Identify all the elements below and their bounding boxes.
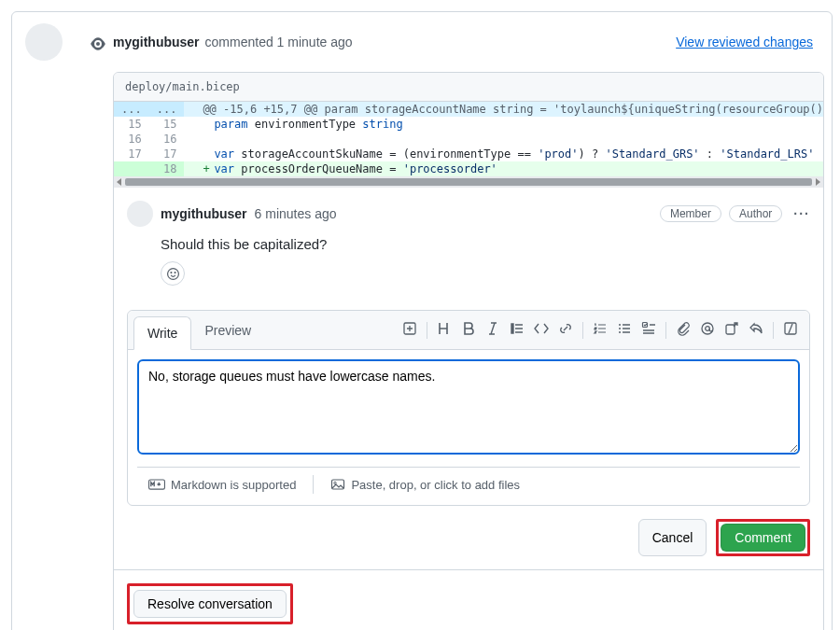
diff-table: ...... @@ -15,6 +15,7 @@ param storageAc… <box>114 102 824 176</box>
link-icon[interactable] <box>558 321 573 339</box>
comment-body: Should this be capitalized? <box>161 236 810 252</box>
comment-status: commented 1 minute ago <box>205 35 353 49</box>
svg-point-5 <box>619 324 621 326</box>
editor-tabs: Write Preview <box>128 311 809 350</box>
suggestion-icon[interactable] <box>402 321 417 339</box>
italic-icon[interactable] <box>485 321 500 339</box>
review-box: deploy/main.bicep ...... @@ -15,6 +15,7 … <box>113 72 824 630</box>
reply-textarea[interactable]: No, storage queues must have lowercase n… <box>137 359 800 455</box>
reply-form: Write Preview <box>127 310 810 506</box>
svg-point-0 <box>96 42 100 46</box>
file-path[interactable]: deploy/main.bicep <box>114 73 823 102</box>
view-changes-link[interactable]: View reviewed changes <box>676 35 813 49</box>
mention-icon[interactable] <box>700 321 715 339</box>
comment: mygithubuser 6 minutes ago Member Author… <box>114 188 823 295</box>
quote-icon[interactable] <box>510 321 525 339</box>
diff-line-added: 18 +var processOrderQueueName = 'process… <box>114 161 824 176</box>
avatar[interactable] <box>127 201 153 227</box>
svg-point-6 <box>619 328 621 329</box>
diff-line: 16 16 <box>114 132 824 147</box>
bold-icon[interactable] <box>461 321 476 339</box>
hunk-header-row: ...... @@ -15,6 +15,7 @@ param storageAc… <box>114 102 824 117</box>
comment-author[interactable]: mygithubuser <box>161 206 247 221</box>
task-list-icon[interactable] <box>641 321 656 339</box>
cross-ref-icon[interactable] <box>724 321 739 339</box>
attach-files[interactable]: Paste, drop, or click to add files <box>330 477 520 492</box>
svg-point-1 <box>167 268 178 279</box>
code-icon[interactable] <box>534 321 549 339</box>
diff-line: 15 15 param environmentType string <box>114 117 824 132</box>
hunk-header: @@ -15,6 +15,7 @@ param storageAccountNa… <box>184 102 824 117</box>
horizontal-scrollbar[interactable] <box>114 176 823 188</box>
svg-point-2 <box>170 272 171 273</box>
markdown-supported[interactable]: Markdown is supported <box>148 478 296 492</box>
svg-point-9 <box>702 323 713 334</box>
svg-point-7 <box>619 331 621 333</box>
kebab-menu-icon[interactable]: ··· <box>793 206 810 221</box>
saved-replies-icon[interactable] <box>749 321 763 339</box>
author-badge: Author <box>729 205 782 222</box>
heading-icon[interactable] <box>437 321 452 339</box>
reply-footer: Markdown is supported Paste, drop, or cl… <box>137 467 800 505</box>
svg-point-10 <box>706 327 710 331</box>
editor-toolbar <box>402 321 809 339</box>
action-row: Cancel Comment <box>114 519 823 569</box>
member-badge: Member <box>660 205 721 222</box>
diff-line: 17 17 var storageAccountSkuName = (envir… <box>114 147 824 161</box>
comment-time[interactable]: 6 minutes ago <box>255 206 337 221</box>
attach-icon[interactable] <box>676 321 691 339</box>
username[interactable]: mygithubuser <box>113 35 200 49</box>
svg-rect-14 <box>332 480 344 489</box>
tab-write[interactable]: Write <box>133 316 191 350</box>
avatar[interactable] <box>25 23 63 61</box>
thread-header: mygithubuser commented 1 minute ago View… <box>113 23 824 61</box>
expand-icon[interactable] <box>783 321 798 339</box>
comment-button[interactable]: Comment <box>721 524 805 552</box>
svg-point-3 <box>175 272 175 273</box>
unordered-list-icon[interactable] <box>617 321 632 339</box>
ordered-list-icon[interactable] <box>593 321 608 339</box>
review-thread: mygithubuser commented 1 minute ago View… <box>11 11 833 630</box>
add-reaction-button[interactable] <box>161 261 185 286</box>
resolve-conversation-button[interactable]: Resolve conversation <box>133 590 287 618</box>
cancel-button[interactable]: Cancel <box>638 519 707 556</box>
eye-icon <box>83 29 113 59</box>
tab-preview[interactable]: Preview <box>191 315 264 346</box>
